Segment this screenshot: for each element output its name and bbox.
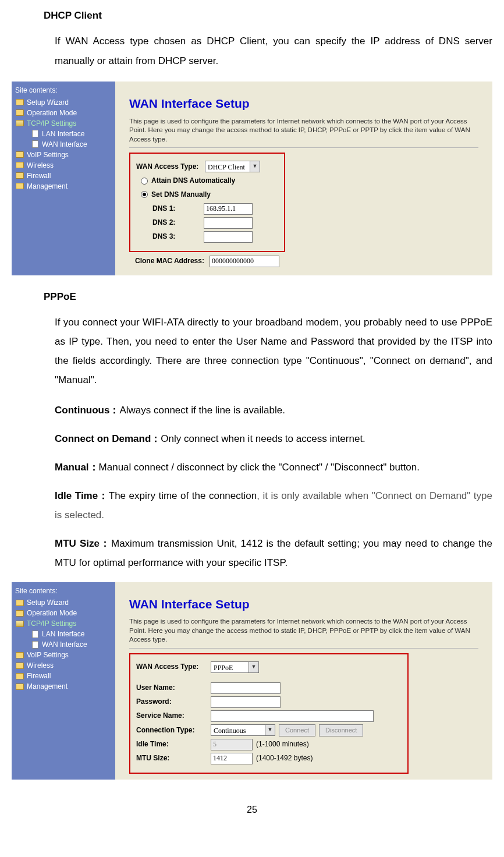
sidebar-item[interactable]: Management (13, 681, 112, 692)
idle-time-label: Idle Time: (136, 739, 211, 750)
sidebar-item-label: VoIP Settings (27, 150, 69, 161)
sidebar-item-label: LAN Interface (42, 129, 84, 140)
sidebar-item[interactable]: TCP/IP Settings (13, 618, 112, 629)
sidebar-item[interactable]: Setup Wizard (13, 97, 112, 108)
folder-icon (15, 599, 24, 607)
sidebar-item-label: TCP/IP Settings (27, 618, 76, 629)
divider (129, 147, 478, 148)
disconnect-button[interactable]: Disconnect (319, 724, 363, 736)
dns3-label: DNS 3: (152, 231, 204, 242)
divider (129, 648, 478, 649)
sidebar-item[interactable]: Firewall (13, 671, 112, 681)
sidebar-item-label: WAN Interface (42, 139, 87, 150)
heading-dhcp-client: DHCP Client (44, 8, 492, 23)
sidebar-item[interactable]: WAN Interface (13, 139, 112, 150)
sidebar-item[interactable]: LAN Interface (13, 629, 112, 639)
def-connect-on-demand: Connect on Demand：Only connect when it n… (55, 429, 492, 448)
wan-access-type-label: WAN Access Type: (136, 161, 205, 172)
sidebar-item[interactable]: Management (13, 181, 112, 192)
radio-set-dns[interactable]: Set DNS Manually (141, 189, 278, 200)
service-name-label: Service Name: (136, 710, 211, 721)
pane-title: WAN Interface Setup (129, 595, 478, 614)
document-icon (30, 140, 40, 148)
wan-access-type-select[interactable]: PPPoE ▼ (211, 661, 259, 673)
sidebar-item-label: Management (27, 681, 68, 692)
mtu-size-input[interactable] (211, 753, 253, 764)
folder-icon (15, 172, 24, 180)
clone-mac-label: Clone MAC Address: (135, 256, 210, 267)
service-name-input[interactable] (211, 710, 374, 722)
document-icon (30, 640, 40, 649)
sidebar-item[interactable]: TCP/IP Settings (13, 118, 112, 129)
radio-attain-dns-label: Attain DNS Automatically (151, 175, 235, 186)
sidebar-item-label: TCP/IP Settings (27, 118, 76, 129)
heading-pppoe: PPPoE (44, 289, 492, 304)
sidebar-title: Site contents: (15, 586, 112, 597)
sidebar-item-label: Wireless (27, 160, 54, 171)
folder-icon (15, 682, 24, 690)
sidebar-item[interactable]: VoIP Settings (13, 650, 112, 660)
content-pane: WAN Interface Setup This page is used to… (115, 82, 492, 275)
wan-access-type-label: WAN Access Type: (136, 661, 211, 672)
pane-description: This page is used to configure the param… (129, 117, 478, 144)
page-number: 25 (12, 803, 492, 817)
folder-icon (15, 98, 24, 107)
password-input[interactable] (211, 696, 281, 708)
chevron-down-icon[interactable]: ▼ (265, 725, 275, 735)
radio-set-dns-label: Set DNS Manually (151, 189, 211, 200)
screenshot-pppoe: Site contents: Setup WizardOperation Mod… (12, 582, 492, 780)
sidebar-item[interactable]: Wireless (13, 660, 112, 671)
mtu-size-hint: (1400-1492 bytes) (256, 753, 313, 764)
document-icon (30, 630, 40, 638)
sidebar-item-label: Firewall (27, 671, 51, 682)
sidebar-item[interactable]: Operation Mode (13, 608, 112, 618)
wan-access-type-value: PPPoE (211, 662, 249, 672)
sidebar-item-label: Firewall (27, 171, 51, 182)
paragraph-pppoe: If you connect your WIFI-ATA directly to… (55, 313, 492, 390)
def-mtu-size: MTU Size：Maximum transmission Unit, 1412… (55, 534, 492, 572)
def-continuous: Continuous：Always connect if the line is… (55, 401, 492, 420)
wan-access-type-value: DHCP Client (205, 161, 250, 172)
content-pane: WAN Interface Setup This page is used to… (115, 582, 492, 780)
password-label: Password: (136, 696, 211, 707)
radio-icon[interactable] (141, 178, 148, 185)
def-idle-time: Idle Time：The expiry time of the connect… (55, 486, 492, 525)
connect-button[interactable]: Connect (279, 724, 315, 736)
dns2-label: DNS 2: (152, 217, 204, 228)
sidebar-item-label: Operation Mode (27, 108, 77, 119)
folder-icon (15, 661, 24, 670)
sidebar: Site contents: Setup WizardOperation Mod… (12, 82, 115, 275)
sidebar-item[interactable]: Firewall (13, 171, 112, 181)
dns3-input[interactable] (204, 231, 253, 243)
folder-icon (15, 609, 24, 617)
user-name-input[interactable] (211, 682, 281, 694)
pane-description: This page is used to configure the param… (129, 617, 478, 644)
sidebar-item[interactable]: VoIP Settings (13, 150, 112, 160)
clone-mac-input[interactable] (210, 256, 279, 267)
dns2-input[interactable] (204, 217, 253, 229)
radio-attain-dns[interactable]: Attain DNS Automatically (141, 175, 278, 186)
sidebar-item[interactable]: Setup Wizard (13, 597, 112, 608)
sidebar-item[interactable]: Wireless (13, 160, 112, 171)
form-highlight-box: WAN Access Type: PPPoE ▼ User Name: Pass… (129, 653, 409, 774)
sidebar-item-label: LAN Interface (42, 629, 84, 640)
radio-icon[interactable] (141, 191, 148, 198)
dns1-input[interactable] (204, 203, 253, 215)
sidebar-item[interactable]: WAN Interface (13, 639, 112, 650)
sidebar-item[interactable]: Operation Mode (13, 108, 112, 118)
connection-type-select[interactable]: Continuous ▼ (211, 724, 275, 736)
document-icon (30, 130, 40, 138)
chevron-down-icon[interactable]: ▼ (249, 662, 258, 672)
idle-time-hint: (1-1000 minutes) (256, 739, 309, 750)
idle-time-input (211, 739, 253, 750)
folder-icon (15, 151, 24, 159)
paragraph-dhcp-client: If WAN Access type chosen as DHCP Client… (55, 31, 492, 71)
sidebar-item-label: Management (27, 181, 68, 192)
chevron-down-icon[interactable]: ▼ (250, 161, 260, 172)
wan-access-type-select[interactable]: DHCP Client ▼ (205, 161, 260, 172)
mtu-size-label: MTU Size: (136, 753, 211, 764)
sidebar-item-label: WAN Interface (42, 639, 87, 650)
folder-icon (15, 109, 24, 117)
sidebar-item[interactable]: LAN Interface (13, 129, 112, 139)
sidebar-title: Site contents: (15, 85, 112, 96)
